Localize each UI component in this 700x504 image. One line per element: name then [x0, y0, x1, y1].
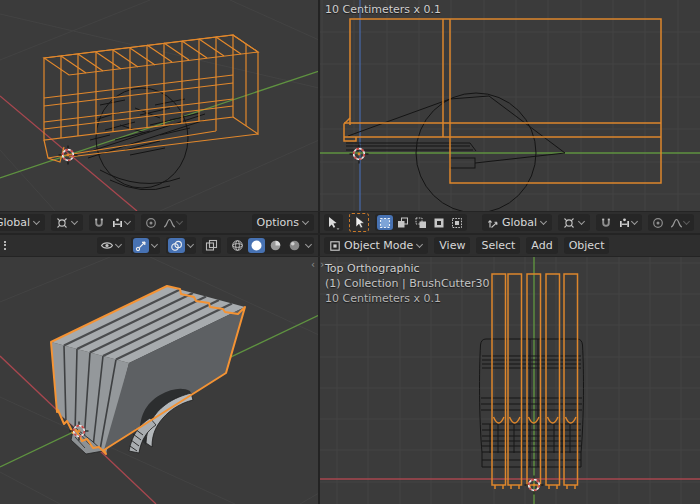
select-subtract-icon	[415, 217, 427, 229]
menu-object[interactable]: Object	[564, 237, 610, 254]
select-mode-intersect[interactable]	[449, 215, 465, 230]
chevron-down-icon	[176, 219, 183, 226]
pivot-point-icon	[563, 217, 575, 229]
gizmos-toggle[interactable]	[133, 238, 149, 253]
visibility-eye-icon	[100, 240, 114, 251]
chevron-down-icon	[124, 219, 131, 226]
proportional-edit-group	[141, 214, 187, 231]
area-resize-handle[interactable]: ‹ ›	[311, 259, 325, 270]
cursor-arrow-icon	[354, 216, 365, 229]
chevron-down-icon	[71, 219, 78, 226]
pivot-point-dropdown[interactable]	[558, 214, 590, 231]
overlays-toggle[interactable]	[168, 238, 185, 253]
snap-target-dropdown[interactable]	[616, 215, 640, 230]
chevron-down-icon	[115, 242, 122, 249]
menu-view-label: View	[439, 239, 465, 252]
snap-toggle[interactable]	[91, 215, 107, 230]
magnet-icon	[93, 217, 105, 229]
viewport-bottom-left-solid[interactable]	[0, 257, 319, 504]
menu-object-label: Object	[569, 239, 605, 252]
chevron-down-icon	[302, 219, 309, 226]
falloff-dropdown[interactable]	[161, 215, 185, 230]
proportional-editing-icon	[652, 217, 664, 229]
viewport-canvas	[0, 257, 319, 504]
shading-rendered[interactable]	[286, 238, 303, 253]
chevron-down-icon[interactable]	[305, 242, 312, 249]
gizmo-group	[131, 237, 160, 254]
blender-window: 10 Centimeters x 0.1 Global	[0, 0, 700, 504]
select-invert-icon	[433, 217, 445, 229]
shading-wireframe[interactable]	[229, 238, 246, 253]
body-wireframe-black	[480, 339, 584, 467]
solid-object	[51, 286, 245, 454]
tweak-select-tool-active[interactable]	[349, 213, 369, 232]
tool-header-row: Global	[0, 211, 700, 234]
orientation-label: Global	[502, 216, 537, 229]
snapping-group	[89, 214, 135, 231]
proportional-editing-icon	[145, 217, 157, 229]
proportional-edit-toggle[interactable]	[650, 215, 666, 230]
select-intersect-icon	[451, 217, 463, 229]
header-left-view	[0, 235, 320, 256]
cursor-3d	[59, 146, 78, 165]
shading-solid-active[interactable]	[248, 238, 265, 253]
header-right-view: Object Mode View Select Add Object	[320, 235, 698, 256]
viewport-bottom-right-ortho[interactable]: Top Orthographic (1) Collection | BrushC…	[320, 257, 700, 504]
chevron-down-icon[interactable]	[187, 242, 194, 249]
visibility-dropdown[interactable]	[97, 237, 125, 254]
proportional-edit-group	[648, 214, 694, 231]
snap-toggle[interactable]	[598, 215, 614, 230]
chevron-down-icon	[683, 219, 690, 226]
shading-material[interactable]	[267, 238, 284, 253]
orientation-dropdown[interactable]: Global	[0, 214, 45, 231]
orientation-dropdown[interactable]: Global	[482, 214, 552, 231]
options-dropdown[interactable]: Options	[252, 214, 314, 231]
viewport-top-left-wireframe[interactable]	[0, 0, 319, 211]
select-mode-extend[interactable]	[395, 215, 411, 230]
select-mode-set[interactable]	[377, 215, 393, 230]
mode-dropdown[interactable]: Object Mode	[324, 237, 428, 254]
chevron-down-icon[interactable]	[151, 242, 158, 249]
snap-target-icon	[618, 217, 631, 229]
select-mode-subtract[interactable]	[413, 215, 429, 230]
y-axis-green	[0, 71, 319, 178]
viewport-header-row: Object Mode View Select Add Object	[0, 234, 700, 257]
chevron-down-icon	[33, 219, 40, 226]
menu-add[interactable]: Add	[526, 237, 557, 254]
falloff-dropdown[interactable]	[668, 215, 692, 230]
proportional-edit-toggle[interactable]	[143, 215, 159, 230]
clipped-icon	[4, 241, 9, 250]
xray-toggle[interactable]	[202, 237, 221, 254]
pivot-point-dropdown[interactable]	[51, 214, 83, 231]
viewport-canvas	[320, 257, 700, 504]
mode-label: Object Mode	[344, 239, 413, 252]
viewport-canvas	[320, 0, 700, 211]
solid-shading-icon	[250, 239, 263, 252]
material-shading-icon	[269, 239, 282, 252]
selected-wireframe-orange	[492, 274, 578, 489]
select-set-icon	[379, 217, 391, 229]
menu-select[interactable]: Select	[476, 237, 520, 254]
select-mode-group	[375, 214, 467, 231]
wireframe-shading-icon	[231, 239, 244, 252]
gizmo-icon	[135, 240, 147, 252]
chevron-down-icon	[416, 242, 423, 249]
select-mode-invert[interactable]	[431, 215, 447, 230]
snap-target-icon	[111, 217, 124, 229]
menu-view[interactable]: View	[434, 237, 470, 254]
snap-target-dropdown[interactable]	[109, 215, 133, 230]
menu-add-label: Add	[531, 239, 552, 252]
viewport-top-right-ortho[interactable]: 10 Centimeters x 0.1	[320, 0, 700, 211]
options-label: Options	[257, 216, 299, 229]
magnet-icon	[600, 217, 612, 229]
ortho-grid	[320, 0, 700, 211]
falloff-curve-icon	[163, 217, 176, 229]
viewport-canvas	[0, 0, 319, 211]
header-right-tool: Global	[320, 212, 698, 233]
active-tool-dropdown[interactable]	[324, 214, 343, 231]
active-tool-icon	[327, 216, 340, 230]
object-mode-icon	[329, 240, 341, 252]
chevron-down-icon	[631, 219, 638, 226]
falloff-curve-icon	[670, 217, 683, 229]
chevron-down-icon	[540, 219, 547, 226]
